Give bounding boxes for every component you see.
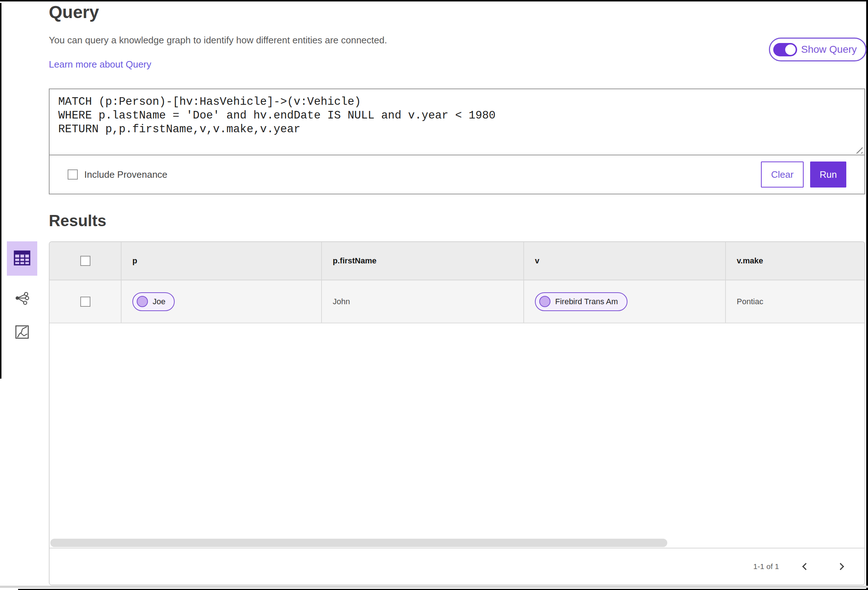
- previous-page-button[interactable]: [798, 559, 814, 574]
- chevron-left-icon: [802, 563, 809, 570]
- network-view-button[interactable]: [14, 291, 30, 307]
- results-view-switcher: [7, 241, 37, 341]
- header-checkbox-cell: [50, 242, 121, 280]
- column-header-p[interactable]: p: [121, 242, 322, 280]
- frame-top-edge: [0, 0, 868, 1]
- next-page-button[interactable]: [833, 559, 849, 574]
- table-header-row: p p.firstName v v.make: [50, 242, 864, 280]
- column-header-v-make[interactable]: v.make: [726, 242, 864, 280]
- show-query-label: Show Query: [801, 44, 857, 55]
- entity-pill-vehicle[interactable]: Firebird Trans Am: [535, 292, 627, 311]
- query-code-input[interactable]: MATCH (p:Person)-[hv:HasVehicle]->(v:Veh…: [50, 89, 864, 155]
- entity-pill-label: Joe: [153, 297, 165, 306]
- column-header-v[interactable]: v: [524, 242, 726, 280]
- entity-pill-label: Firebird Trans Am: [555, 297, 618, 306]
- query-panel-footer: Include Provenance Clear Run: [50, 155, 864, 194]
- table-view-icon: [13, 250, 31, 268]
- column-header-label: v: [535, 256, 539, 266]
- run-button[interactable]: Run: [810, 162, 846, 187]
- cell-v: Firebird Trans Am: [524, 280, 726, 323]
- query-panel: MATCH (p:Person)-[hv:HasVehicle]->(v:Veh…: [49, 88, 865, 194]
- column-header-label: v.make: [737, 256, 763, 266]
- horizontal-scrollbar-thumb[interactable]: [50, 539, 667, 547]
- table-row[interactable]: Joe John Firebird Trans Am Pontiac: [50, 280, 864, 324]
- results-table: p p.firstName v v.make Joe John Fireb: [49, 241, 865, 585]
- pagination-range-label: 1-1 of 1: [753, 562, 779, 571]
- cell-value: Pontiac: [737, 297, 763, 306]
- map-view-icon: [15, 324, 30, 341]
- learn-more-link[interactable]: Learn more about Query: [49, 59, 151, 70]
- chevron-right-icon: [837, 563, 844, 570]
- table-body-empty-area: [50, 324, 864, 548]
- select-all-checkbox[interactable]: [80, 256, 90, 266]
- show-query-toggle[interactable]: Show Query: [769, 38, 867, 62]
- include-provenance-label: Include Provenance: [84, 169, 167, 180]
- page-description: You can query a knowledge graph to ident…: [49, 35, 387, 46]
- entity-node-icon: [539, 296, 551, 307]
- page-title: Query: [49, 2, 99, 22]
- entity-node-icon: [137, 296, 148, 307]
- column-header-label: p.firstName: [333, 256, 376, 266]
- cell-p: Joe: [121, 280, 322, 323]
- toggle-switch-icon[interactable]: [773, 43, 797, 56]
- frame-left-edge: [0, 3, 1, 379]
- row-checkbox[interactable]: [80, 297, 90, 307]
- cell-v-make: Pontiac: [726, 280, 864, 323]
- table-view-button[interactable]: [7, 241, 37, 276]
- clear-button[interactable]: Clear: [761, 162, 804, 187]
- include-provenance-checkbox[interactable]: [68, 169, 78, 180]
- frame-right-edge: [866, 0, 868, 590]
- row-checkbox-cell: [50, 280, 121, 323]
- cell-value: John: [333, 297, 350, 306]
- map-view-button[interactable]: [14, 325, 30, 341]
- table-footer: 1-1 of 1: [50, 548, 864, 584]
- entity-pill-person[interactable]: Joe: [132, 292, 175, 311]
- network-view-icon: [15, 290, 30, 307]
- column-header-p-firstname[interactable]: p.firstName: [322, 242, 524, 280]
- column-header-label: p: [132, 256, 137, 266]
- cell-p-firstname: John: [322, 280, 524, 323]
- results-heading: Results: [49, 212, 106, 230]
- page-scrollbar-track[interactable]: [0, 586, 868, 588]
- toggle-knob: [785, 44, 796, 55]
